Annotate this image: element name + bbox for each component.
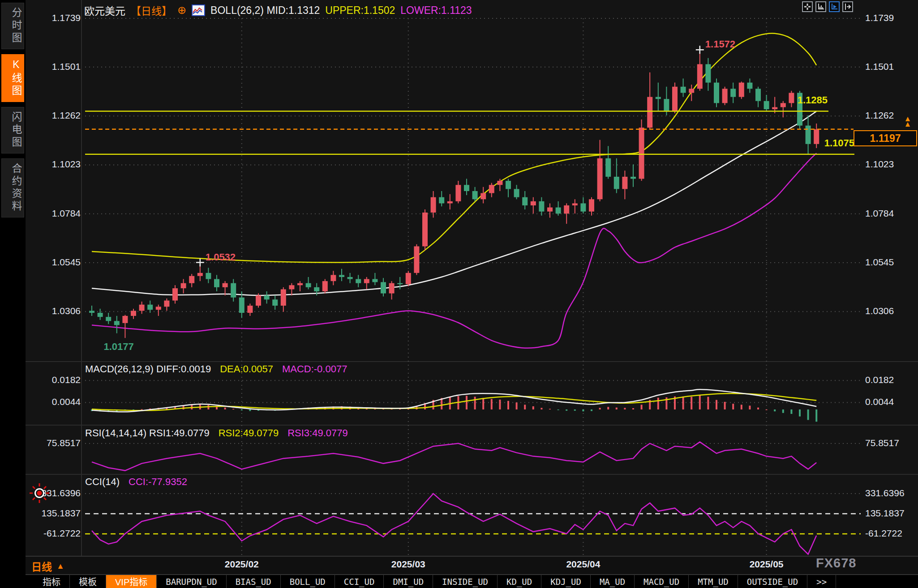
- symbol-name: 欧元美元: [84, 3, 125, 18]
- fx-chart-app: { "header": { "symbol": "欧元美元", "period_…: [0, 0, 918, 588]
- toolbar-tab-14[interactable]: OUTSIDE_UD: [738, 575, 807, 588]
- toolbar-tab-9[interactable]: KD_UD: [498, 575, 541, 588]
- boll-readout: BOLL(26,2) MID:1.1312: [210, 4, 320, 17]
- period-selector[interactable]: 日线 ▲: [31, 558, 64, 574]
- toolbar-tab-1[interactable]: 模板: [70, 575, 106, 588]
- indicator-toolbar: 指标模板VIP指标BARUPDN_UDBIAS_UDBOLL_UDCCI_UDD…: [0, 575, 918, 588]
- cci-label: CCI(14): [85, 476, 120, 488]
- toolbar-tab-12[interactable]: MACD_UD: [635, 575, 689, 588]
- toolbar-tab-13[interactable]: MTM_UD: [689, 575, 738, 588]
- rsi2-readout: RSI2:49.0779: [219, 427, 279, 439]
- axis-scale-button[interactable]: [815, 1, 826, 12]
- toolbar-tab-7[interactable]: DMI_UD: [384, 575, 433, 588]
- chart-header: 欧元美元 【日线】 ⊕ BOLL(26,2) MID:1.1312 UPPER:…: [84, 3, 472, 18]
- crosshair-tool-button[interactable]: [802, 1, 813, 12]
- rsi1-readout: RSI(14,14,14) RSI1:49.0779: [85, 427, 210, 439]
- toolbar-tab-6[interactable]: CCI_UD: [335, 575, 384, 588]
- sidebar-tab-3[interactable]: 合约资料: [1, 158, 24, 217]
- period-tag: 【日线】: [131, 3, 172, 18]
- toolbar-tab-15[interactable]: >>: [807, 575, 836, 588]
- boll-upper-readout: UPPER:1.1502: [325, 4, 395, 17]
- toolbar-tab-2[interactable]: VIP指标: [106, 575, 157, 588]
- circle-plus-icon[interactable]: ⊕: [177, 5, 186, 15]
- toolbar-tab-11[interactable]: MA_UD: [591, 575, 635, 588]
- period-label: 日线: [31, 558, 52, 574]
- cci-value-readout: CCI:-77.9352: [129, 476, 187, 488]
- toolbar-tab-5[interactable]: BOLL_UD: [281, 575, 335, 588]
- macd-dea-readout: DEA:0.0057: [220, 363, 273, 375]
- period-arrow-icon: ▲: [56, 562, 64, 571]
- sidebar-tab-2[interactable]: 闪电图: [1, 107, 24, 153]
- axis-play-button[interactable]: [829, 1, 840, 12]
- cci-readout-row: CCI(14) CCI:-77.9352: [85, 476, 187, 488]
- toolbar-tab-10[interactable]: KDJ_UD: [541, 575, 591, 588]
- sidebar-tab-1[interactable]: K线图: [1, 54, 24, 102]
- live-alert-icon: [28, 481, 51, 505]
- toolbar-tab-8[interactable]: INSIDE_UD: [433, 575, 498, 588]
- macd-diff-readout: MACD(26,12,9) DIFF:0.0019: [85, 363, 211, 375]
- toolbar-tab-4[interactable]: BIAS_UD: [227, 575, 281, 588]
- chart-canvas[interactable]: [0, 0, 918, 588]
- rsi-readout-row: RSI(14,14,14) RSI1:49.0779 RSI2:49.0779 …: [85, 427, 348, 439]
- toolbar-tab-3[interactable]: BARUPDN_UD: [157, 575, 226, 588]
- mini-chart-icon[interactable]: [192, 4, 205, 16]
- rsi3-readout: RSI3:49.0779: [287, 427, 348, 439]
- price-up-arrow-icon: ▲▲: [902, 116, 914, 127]
- sidebar-tab-0[interactable]: 分时图: [1, 3, 24, 49]
- chart-type-sidebar: 分时图K线图闪电图合约资料: [0, 0, 26, 588]
- macd-hist-readout: MACD:-0.0077: [282, 363, 347, 375]
- boll-lower-readout: LOWER:1.1123: [400, 4, 472, 17]
- toolbar-tab-0[interactable]: 指标: [34, 575, 70, 588]
- macd-readout-row: MACD(26,12,9) DIFF:0.0019 DEA:0.0057 MAC…: [85, 363, 347, 375]
- chart-toolbar-top: [802, 1, 853, 12]
- current-price-box: 1.1197: [854, 130, 917, 146]
- watermark: FX678: [816, 556, 856, 571]
- exit-fullscreen-button[interactable]: [842, 1, 853, 12]
